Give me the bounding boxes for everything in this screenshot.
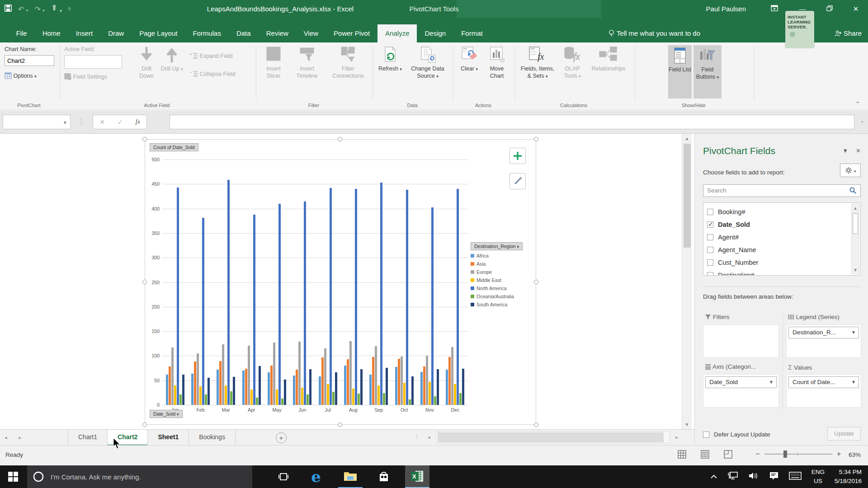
bar-asia-apr[interactable]	[245, 369, 247, 405]
page-layout-view-icon[interactable]	[701, 450, 709, 460]
resize-handle[interactable]	[142, 137, 147, 141]
resize-handle[interactable]	[338, 422, 342, 427]
ribbon-tab-draw[interactable]: Draw	[100, 24, 132, 42]
sheet-tab-sheet1[interactable]: Sheet1	[148, 430, 189, 446]
bar-oceania-australia-apr[interactable]	[256, 398, 258, 405]
scroll-left-icon[interactable]: ◂	[425, 435, 433, 440]
bar-asia-jun[interactable]	[296, 370, 298, 405]
bar-europe-apr[interactable]	[248, 346, 250, 405]
bar-oceania-australia-aug[interactable]	[358, 394, 360, 405]
scroll-down-icon[interactable]: ▼	[682, 422, 692, 427]
start-button[interactable]	[0, 465, 26, 488]
bar-north-america-nov[interactable]	[431, 207, 434, 405]
bar-asia-jul[interactable]	[321, 357, 324, 405]
bar-europe-feb[interactable]	[197, 353, 199, 405]
ribbon-tab-analyze[interactable]: Analyze	[377, 24, 417, 42]
cortana-search-box[interactable]: I'm Cortana. Ask me anything.	[27, 465, 252, 488]
bar-africa-jan[interactable]	[166, 375, 168, 405]
worksheet-canvas[interactable]: Count of Date_Sold 050100150200250300350…	[0, 134, 694, 429]
resize-handle[interactable]	[534, 137, 538, 141]
bar-oceania-australia-mar[interactable]	[230, 391, 232, 405]
resize-handle[interactable]	[534, 280, 538, 284]
bar-europe-aug[interactable]	[349, 341, 352, 405]
volume-icon[interactable]	[748, 471, 759, 482]
bar-africa-mar[interactable]	[217, 370, 219, 405]
enter-icon[interactable]: ✓	[118, 118, 123, 126]
bar-europe-sep[interactable]	[375, 346, 377, 405]
field-buttons-toggle[interactable]: Field Buttons ▾	[693, 45, 722, 99]
bar-oceania-australia-jun[interactable]	[307, 394, 309, 405]
bar-north-america-sep[interactable]	[380, 183, 382, 405]
redo-icon[interactable]: ↷ ▾	[34, 5, 44, 14]
move-chart-button[interactable]: Move Chart	[484, 45, 510, 80]
ribbon-tab-view[interactable]: View	[296, 24, 326, 42]
bar-middle-east-dec[interactable]	[454, 384, 456, 405]
fields-pane-close-icon[interactable]: ✕	[856, 147, 861, 154]
ribbon-display-options-icon[interactable]	[764, 0, 785, 18]
bar-asia-oct[interactable]	[398, 359, 400, 405]
normal-view-icon[interactable]	[678, 450, 686, 460]
bar-middle-east-may[interactable]	[276, 389, 278, 405]
bar-south-america-oct[interactable]	[411, 376, 414, 405]
fields-items-sets-button[interactable]: fx Fields, Items, & Sets ▾	[518, 45, 557, 80]
tab-scroll-splitter[interactable]: ⋮	[414, 433, 420, 440]
field-list-toggle[interactable]: Field List	[668, 45, 692, 99]
pivotchart-options-button[interactable]: Options ▾	[5, 72, 37, 79]
bar-africa-jun[interactable]	[293, 375, 295, 405]
excel-taskbar-icon[interactable]: X	[405, 465, 429, 488]
values-field-button[interactable]: Count of Date_Sold	[150, 143, 198, 151]
ribbon-tab-file[interactable]: File	[8, 24, 34, 42]
search-icon[interactable]	[849, 187, 857, 198]
zoom-out-icon[interactable]: −	[755, 450, 760, 458]
bar-oceania-australia-oct[interactable]	[409, 399, 411, 405]
zoom-in-icon[interactable]: +	[837, 450, 841, 458]
bar-middle-east-nov[interactable]	[429, 382, 431, 405]
network-icon[interactable]	[727, 471, 738, 482]
bar-africa-nov[interactable]	[420, 372, 423, 405]
scroll-right-icon[interactable]: ▸	[673, 435, 681, 440]
bar-asia-jan[interactable]	[169, 366, 171, 405]
field-item-cust-number[interactable]: Cust_Number	[707, 256, 860, 269]
chart-name-input[interactable]	[5, 55, 54, 66]
bar-middle-east-jun[interactable]	[301, 388, 303, 405]
field-item-date-sold[interactable]: Date_Sold	[707, 218, 860, 231]
values-drop-area[interactable]: Count of Date...▼	[786, 374, 861, 408]
ribbon-tab-review[interactable]: Review	[259, 24, 296, 42]
bar-north-america-apr[interactable]	[253, 215, 255, 405]
bar-asia-sep[interactable]	[372, 357, 374, 405]
field-checkbox-booking-[interactable]	[707, 209, 713, 215]
bar-middle-east-oct[interactable]	[403, 383, 406, 405]
bar-asia-feb[interactable]	[194, 361, 196, 405]
bar-oceania-australia-jan[interactable]	[179, 394, 182, 405]
collapse-ribbon-icon[interactable]: ⌃	[855, 101, 860, 107]
scroll-down-icon[interactable]: ▼	[852, 267, 859, 272]
bar-africa-sep[interactable]	[369, 375, 372, 405]
bar-south-america-jun[interactable]	[309, 369, 311, 405]
fields-list-scrollbar[interactable]: ▲ ▼	[851, 204, 859, 274]
resize-handle[interactable]	[338, 137, 342, 141]
bar-north-america-jul[interactable]	[330, 188, 332, 405]
formula-bar-expand-icon[interactable]: ⌄	[860, 118, 864, 124]
fields-pane-gear-button[interactable]: ▾	[840, 164, 861, 177]
bar-north-america-dec[interactable]	[457, 189, 459, 405]
bar-oceania-australia-sep[interactable]	[383, 393, 385, 405]
chart-elements-button[interactable]	[509, 148, 526, 164]
bar-asia-dec[interactable]	[448, 357, 451, 405]
scroll-up-icon[interactable]: ▲	[852, 206, 859, 211]
horizontal-scroll-thumb[interactable]	[438, 432, 664, 442]
bar-south-america-mar[interactable]	[233, 377, 235, 405]
field-checkbox-date-sold[interactable]	[707, 221, 713, 228]
store-icon[interactable]	[372, 465, 396, 488]
ribbon-tab-formulas[interactable]: Formulas	[185, 24, 229, 42]
task-view-icon[interactable]	[271, 465, 296, 488]
pivot-chart-object[interactable]: Count of Date_Sold 050100150200250300350…	[145, 139, 536, 425]
bar-middle-east-apr[interactable]	[250, 389, 253, 405]
bar-south-america-jan[interactable]	[182, 375, 184, 405]
touch-mode-icon[interactable]: ▾	[51, 5, 62, 14]
bar-north-america-jun[interactable]	[304, 202, 306, 405]
bar-europe-may[interactable]	[273, 343, 275, 405]
page-break-preview-icon[interactable]	[724, 450, 732, 460]
tray-chevron-icon[interactable]	[710, 473, 717, 481]
bar-asia-aug[interactable]	[347, 359, 349, 405]
customize-qat-icon[interactable]: ▿̄	[68, 6, 71, 12]
